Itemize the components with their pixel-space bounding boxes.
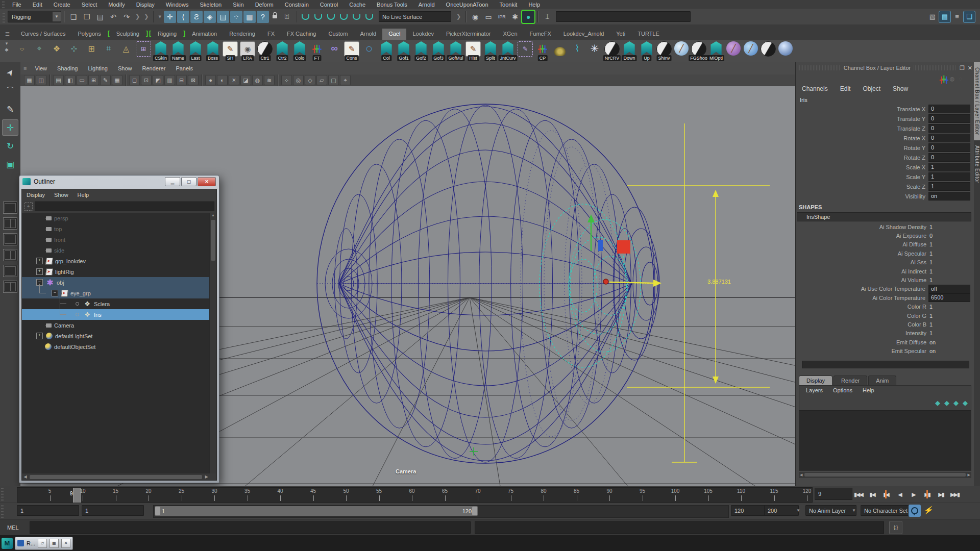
numeric-input-field[interactable]: [556, 11, 691, 22]
layout-preset-2[interactable]: [3, 217, 17, 230]
channel-row-color-b[interactable]: Color B1: [796, 320, 974, 329]
mask-surfaces-icon[interactable]: ◈: [204, 11, 216, 23]
menu-select[interactable]: Select: [76, 2, 103, 8]
taskbar-app-icon[interactable]: M: [2, 538, 13, 549]
go-to-range-start-button[interactable]: ▮◀◀: [851, 488, 865, 501]
outliner-item-persp[interactable]: persp: [22, 213, 210, 223]
scroll-left-icon[interactable]: ◀: [799, 473, 803, 477]
channel-row-translate-z[interactable]: Translate Z0: [796, 123, 974, 133]
quick-entry-field[interactable]: [802, 361, 969, 368]
outliner-window[interactable]: Outliner ▁ ▢ ✕ DisplayShowHelp ⌖ perspto…: [19, 175, 219, 483]
outliner-item-iris[interactable]: ❖Iris: [22, 309, 210, 320]
grease-pencil-icon[interactable]: ✎: [100, 75, 111, 85]
channel-row-ai-volume[interactable]: Ai Volume1: [796, 276, 974, 284]
chevron-down-icon[interactable]: ▼: [852, 508, 856, 513]
channel-row-color-r[interactable]: Color R1: [796, 303, 974, 311]
playback-end-field[interactable]: 120: [731, 505, 766, 516]
dof-icon[interactable]: ◎: [293, 75, 304, 85]
channel-row-ai-specular[interactable]: Ai Specular1: [796, 249, 974, 258]
channel-value-field[interactable]: 0: [929, 233, 970, 239]
expander-icon[interactable]: +: [36, 258, 43, 264]
outliner-item-top[interactable]: top: [22, 223, 210, 234]
shelf-wrap-icon[interactable]: ⌗: [100, 41, 117, 61]
channel-value-field[interactable]: 0: [928, 143, 970, 152]
scale-tool[interactable]: ▣: [2, 156, 18, 172]
scroll-left-icon[interactable]: ◀: [22, 474, 29, 479]
camera-attributes-icon[interactable]: ▤: [53, 75, 64, 85]
render-settings-icon[interactable]: ✱: [509, 11, 521, 23]
expand-arrow-icon[interactable]: ❯: [135, 13, 140, 20]
side-tab-attribute-editor[interactable]: Attribute Editor: [974, 140, 980, 188]
layer-menu-help[interactable]: Help: [858, 387, 879, 393]
shelf-blendshape-icon[interactable]: ⊞: [83, 41, 100, 61]
shelf-ik-icon[interactable]: ⌖: [31, 41, 48, 61]
fill-shade-icon[interactable]: ●: [205, 75, 216, 85]
minimized-window[interactable]: R... ▱ ▦ ✕: [15, 537, 73, 550]
snap-grid-icon[interactable]: [302, 14, 309, 20]
new-scene-icon[interactable]: ❏: [67, 11, 80, 23]
layout-preset-6[interactable]: [3, 281, 17, 293]
channel-row-scale-y[interactable]: Scale Y1: [796, 172, 974, 182]
shelf-miopti-button[interactable]: MiOpti: [707, 41, 725, 61]
shelf-circle-button[interactable]: ○: [360, 41, 378, 61]
ao-icon[interactable]: ◍: [252, 75, 263, 85]
channel-menu-channels[interactable]: Channels: [796, 85, 834, 92]
multisample-icon[interactable]: ⁘: [281, 75, 292, 85]
open-scene-icon[interactable]: ❒: [81, 11, 93, 23]
shape-node-name[interactable]: IrisShape: [797, 212, 971, 221]
viewport-menu-view[interactable]: View: [30, 65, 52, 71]
channel-row-translate-y[interactable]: Translate Y0: [796, 114, 974, 123]
play-backwards-button[interactable]: ◀: [893, 488, 906, 501]
channel-value-field[interactable]: 0: [928, 114, 970, 123]
channel-row-ai-indirect[interactable]: Ai Indirect1: [796, 267, 974, 276]
speed-slow-icon[interactable]: ◍: [950, 76, 955, 83]
menu-file[interactable]: File: [7, 2, 27, 8]
open-render-view-icon[interactable]: ◉: [469, 11, 481, 23]
lookdev-sphere-icon[interactable]: ●: [522, 11, 534, 23]
expander-icon[interactable]: +: [36, 268, 43, 275]
filter-icon[interactable]: ⌖: [24, 202, 33, 211]
menu-arnold[interactable]: Arnold: [413, 2, 440, 8]
grid-toggle-icon[interactable]: ▦: [112, 75, 122, 85]
menu-bonus-tools[interactable]: Bonus Tools: [371, 2, 413, 8]
channel-value-field[interactable]: 1: [929, 251, 970, 257]
channel-value-field[interactable]: 0: [928, 134, 970, 142]
shelf-ft-button[interactable]: ╋FT: [308, 41, 326, 61]
channel-value-field[interactable]: 1: [929, 313, 970, 319]
step-forward-key-button[interactable]: ▶▮: [920, 488, 934, 501]
shelf-tab-rendering[interactable]: Rendering: [223, 29, 261, 40]
expander-icon[interactable]: −: [52, 290, 58, 296]
range-slider-bar[interactable]: 1 120: [155, 506, 478, 516]
outliner-item-front[interactable]: front: [22, 234, 210, 245]
shelf-controller-icon[interactable]: ◬: [117, 41, 135, 61]
undo-icon[interactable]: ↶: [107, 11, 119, 23]
chevron-down-icon[interactable]: ▾: [158, 13, 161, 20]
go-to-range-end-button[interactable]: ▶▶▮: [948, 488, 962, 501]
new-layer-icon[interactable]: ◆: [953, 399, 959, 407]
mask-dynamics-icon[interactable]: ⁘: [230, 11, 242, 23]
channel-value-field[interactable]: 1: [928, 182, 970, 191]
snap-curve-icon[interactable]: [314, 14, 322, 20]
snap-point-icon[interactable]: [327, 14, 335, 20]
layer-scrollbar[interactable]: ◀ ▶: [799, 472, 971, 478]
mask-handles-icon[interactable]: ✛: [164, 11, 176, 23]
shelf-col-button[interactable]: Col: [378, 41, 395, 61]
popout-icon[interactable]: ❐: [960, 65, 965, 71]
pan-zoom-icon[interactable]: ⊞: [88, 75, 99, 85]
field-chart-icon[interactable]: ▥: [164, 75, 175, 85]
live-surface-field[interactable]: No Live Surface: [379, 11, 451, 22]
shelf-joint-icon[interactable]: ⌔: [13, 41, 31, 61]
shelf-up-button[interactable]: Up: [638, 41, 655, 61]
minimize-icon[interactable]: ▁: [165, 177, 180, 186]
menu-windows[interactable]: Windows: [160, 2, 194, 8]
menu-help[interactable]: Help: [523, 2, 546, 8]
redo-icon[interactable]: ↷: [120, 11, 133, 23]
outliner-item-defaultobjectset[interactable]: defaultObjectSet: [22, 341, 210, 352]
shelf-sh-button[interactable]: ✎SH: [222, 41, 239, 61]
mask-deformations-icon[interactable]: ▤: [217, 11, 229, 23]
shelf-turtle-icon[interactable]: [551, 41, 569, 61]
channel-value-field[interactable]: on: [929, 339, 970, 345]
outliner-menu-help[interactable]: Help: [73, 192, 94, 198]
outliner-titlebar[interactable]: Outliner ▁ ▢ ✕: [19, 176, 219, 188]
channel-value-field[interactable]: off: [928, 285, 970, 293]
